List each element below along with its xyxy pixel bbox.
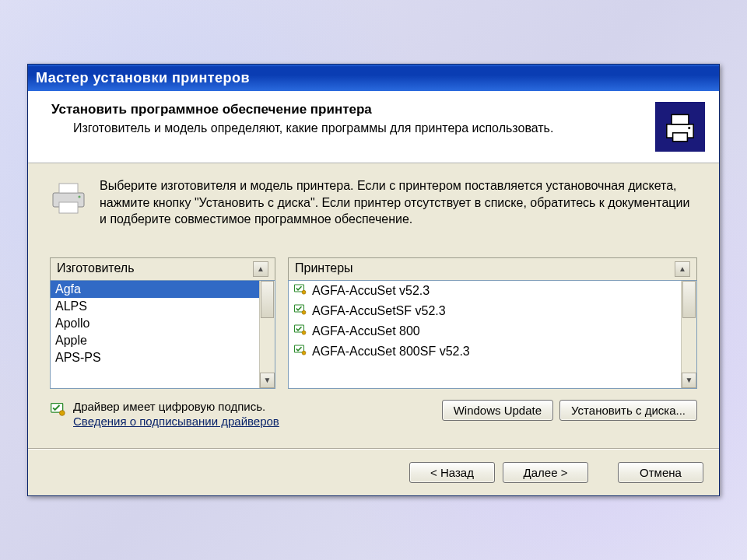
svg-point-11	[302, 310, 306, 314]
svg-rect-1	[672, 114, 689, 124]
svg-point-13	[302, 331, 306, 334]
printers-listbox[interactable]: AGFA-AccuSet v52.3AGFA-AccuSetSF v52.3AG…	[288, 280, 697, 389]
signature-status: Драйвер имеет цифровую подпись.	[73, 400, 279, 413]
list-item-label: AGFA-AccuSetSF v52.3	[312, 304, 446, 318]
list-item[interactable]: AGFA-AccuSet 800	[289, 321, 681, 341]
list-item[interactable]: AGFA-AccuSet v52.3	[289, 281, 681, 301]
wizard-window: Мастер установки принтеров Установить пр…	[27, 64, 720, 496]
wizard-header-title: Установить программное обеспечение принт…	[51, 102, 646, 117]
list-item-label: AGFA-AccuSet v52.3	[312, 284, 430, 298]
printer-banner-icon	[655, 102, 705, 152]
windows-update-button[interactable]: Windows Update	[442, 400, 553, 421]
signed-driver-icon	[293, 323, 307, 340]
scroll-down-button[interactable]: ▼	[260, 373, 275, 388]
svg-point-7	[78, 196, 80, 198]
svg-rect-5	[59, 184, 78, 193]
list-item-label: AGFA-AccuSet 800	[312, 324, 420, 338]
list-item[interactable]: Apple	[51, 332, 259, 349]
titlebar[interactable]: Мастер установки принтеров	[28, 65, 719, 91]
scroll-thumb[interactable]	[261, 281, 274, 318]
scroll-thumb[interactable]	[682, 281, 696, 318]
wizard-nav: < Назад Далее > Отмена	[28, 450, 719, 495]
list-item[interactable]: ALPS	[51, 298, 259, 315]
manufacturer-listbox[interactable]: AgfaALPSApolloAppleAPS-PS ▼	[50, 280, 275, 389]
printer-icon	[50, 180, 87, 215]
signed-driver-icon	[293, 282, 307, 299]
scrollbar[interactable]: ▼	[259, 281, 275, 388]
list-item[interactable]: APS-PS	[51, 349, 259, 366]
svg-point-15	[302, 351, 306, 355]
window-title: Мастер установки принтеров	[36, 70, 250, 86]
back-button[interactable]: < Назад	[409, 462, 495, 483]
printers-list: Принтеры ▲ AGFA-AccuSet v52.3AGFA-AccuSe…	[288, 257, 697, 389]
next-button[interactable]: Далее >	[503, 462, 588, 483]
scrollbar[interactable]: ▼	[681, 281, 696, 388]
svg-point-3	[688, 127, 690, 129]
wizard-header-subtitle: Изготовитель и модель определяют, какие …	[73, 121, 646, 137]
list-item-label: AGFA-AccuSet 800SF v52.3	[312, 345, 470, 359]
scroll-up-button[interactable]: ▲	[253, 261, 268, 277]
certificate-icon	[50, 401, 67, 418]
signed-driver-icon	[293, 303, 307, 320]
printers-header: Принтеры	[295, 261, 675, 277]
list-item[interactable]: AGFA-AccuSet 800SF v52.3	[289, 341, 681, 362]
list-item[interactable]: Agfa	[51, 281, 259, 298]
signature-info-link[interactable]: Сведения о подписывании драйверов	[73, 415, 279, 428]
signed-driver-icon	[293, 343, 307, 360]
svg-rect-6	[59, 202, 78, 213]
svg-rect-2	[673, 133, 688, 142]
list-item[interactable]: AGFA-AccuSetSF v52.3	[289, 301, 681, 321]
scroll-up-button[interactable]: ▲	[675, 261, 690, 277]
cancel-button[interactable]: Отмена	[618, 462, 703, 483]
install-from-disk-button[interactable]: Установить с диска...	[559, 400, 697, 421]
svg-point-9	[302, 290, 306, 294]
manufacturer-header: Изготовитель	[57, 261, 253, 277]
scroll-down-button[interactable]: ▼	[682, 373, 696, 388]
manufacturer-list: Изготовитель ▲ AgfaALPSApolloAppleAPS-PS	[50, 257, 275, 389]
wizard-header: Установить программное обеспечение принт…	[28, 91, 719, 163]
svg-point-17	[60, 411, 65, 416]
instruction-text: Выберите изготовителя и модель принтера.…	[100, 177, 697, 228]
list-item[interactable]: Apollo	[51, 315, 259, 332]
